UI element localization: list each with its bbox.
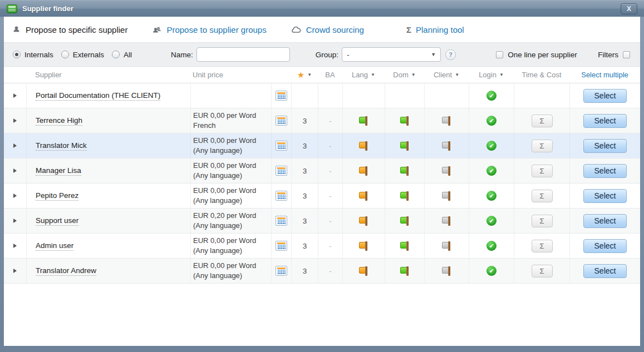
tab-bar: Propose to specific supplier Propose to …	[4, 17, 640, 42]
sort-arrow-icon[interactable]: ▼	[411, 72, 416, 77]
select-button[interactable]: Select	[583, 214, 627, 228]
rates-calendar-icon[interactable]	[276, 191, 287, 201]
time-cost-button[interactable]: Σ	[532, 215, 553, 227]
expand-arrow-icon[interactable]	[13, 269, 17, 273]
table-header: Supplier Unit price ★ ▼ BA Lang ▼ Dom ▼ …	[4, 67, 640, 83]
sort-arrow-icon[interactable]: ▼	[307, 72, 312, 77]
rating-value: 3	[291, 184, 318, 208]
rates-calendar-icon[interactable]	[276, 216, 287, 226]
one-line-per-supplier-label: One line per supplier	[508, 51, 577, 59]
tab-propose-specific-supplier[interactable]: Propose to specific supplier	[12, 25, 127, 34]
select-button[interactable]: Select	[583, 114, 627, 128]
radio-externals[interactable]	[61, 51, 69, 58]
select-button[interactable]: Select	[583, 89, 627, 103]
col-rating[interactable]: ★ ▼	[291, 70, 318, 80]
rates-calendar-icon[interactable]	[276, 166, 287, 176]
expand-arrow-icon[interactable]	[13, 194, 17, 198]
supplier-name-link[interactable]: Translator Mick	[36, 141, 87, 151]
supplier-name-link[interactable]: Terrence High	[36, 116, 82, 126]
titlebar: Supplier finder X	[0, 0, 644, 17]
supplier-name-link[interactable]: Pepito Perez	[36, 191, 78, 201]
window-form-icon	[7, 4, 17, 13]
tab-propose-supplier-groups[interactable]: Propose to supplier groups	[152, 25, 266, 34]
group-dropdown[interactable]: - ▼	[342, 47, 441, 62]
select-button[interactable]: Select	[583, 139, 627, 153]
time-cost-button[interactable]: Σ	[532, 190, 553, 202]
time-cost-button[interactable]: Σ	[532, 140, 553, 152]
close-button[interactable]: X	[621, 3, 637, 14]
rates-calendar-icon[interactable]	[276, 266, 287, 276]
rates-calendar-icon[interactable]	[276, 241, 287, 251]
col-client[interactable]: Client ▼	[424, 71, 469, 79]
radio-all-label: All	[124, 51, 132, 59]
expand-arrow-icon[interactable]	[13, 118, 17, 123]
table-row: Admin user EUR 0,00 per Word(Any languag…	[4, 234, 640, 259]
group-icon	[152, 25, 162, 34]
col-dom[interactable]: Dom ▼	[385, 71, 424, 79]
ba-value: -	[318, 158, 342, 183]
chevron-down-icon: ▼	[431, 52, 436, 57]
unit-price: EUR 0,00 per WordFrench	[193, 111, 256, 130]
select-button[interactable]: Select	[583, 239, 627, 253]
login-check-icon: ✔	[486, 141, 496, 151]
client-flag-icon	[442, 266, 451, 276]
col-login[interactable]: Login ▼	[469, 71, 514, 79]
group-selected-value: -	[347, 51, 431, 59]
dom-flag-icon	[400, 141, 410, 151]
supplier-name-link[interactable]: Manager Lisa	[36, 166, 81, 176]
close-icon: X	[627, 5, 631, 13]
radio-internals[interactable]	[13, 51, 21, 58]
tab-label: Propose to supplier groups	[166, 25, 266, 34]
select-button[interactable]: Select	[583, 264, 627, 278]
time-cost-button[interactable]: Σ	[532, 240, 553, 252]
expand-arrow-icon[interactable]	[13, 143, 17, 148]
rating-value: 3	[291, 259, 318, 283]
unit-price: EUR 0,20 per Word(Any language)	[193, 211, 256, 230]
rating-value: 3	[291, 133, 318, 158]
client-flag-icon	[442, 141, 451, 151]
time-cost-button[interactable]: Σ	[532, 165, 553, 177]
select-button[interactable]: Select	[583, 189, 627, 203]
dom-flag-icon	[400, 241, 410, 251]
supplier-name-link[interactable]: Support user	[36, 216, 78, 226]
group-label: Group:	[316, 51, 338, 59]
tab-crowd-sourcing[interactable]: Crowd sourcing	[291, 25, 364, 34]
sort-arrow-icon[interactable]: ▼	[455, 72, 459, 77]
rates-calendar-icon[interactable]	[276, 141, 287, 151]
rating-value: 3	[291, 209, 318, 233]
time-cost-button[interactable]: Σ	[532, 115, 553, 127]
table-row: Translator Mick EUR 0,00 per Word(Any la…	[4, 133, 640, 158]
expand-arrow-icon[interactable]	[13, 93, 17, 98]
rates-calendar-icon[interactable]	[276, 91, 287, 101]
lang-flag-icon	[359, 116, 368, 126]
client-flag-icon	[442, 216, 451, 226]
cloud-icon	[291, 26, 302, 34]
filters-checkbox[interactable]	[623, 51, 630, 58]
time-cost-button[interactable]: Σ	[532, 265, 553, 277]
radio-all[interactable]	[112, 51, 120, 58]
login-check-icon: ✔	[486, 191, 496, 201]
tab-planning-tool[interactable]: Σ Planning tool	[406, 25, 464, 34]
rates-calendar-icon[interactable]	[276, 116, 287, 126]
sigma-icon: Σ	[406, 25, 411, 34]
name-input[interactable]	[196, 47, 290, 62]
one-line-per-supplier-checkbox[interactable]	[496, 51, 503, 58]
sort-arrow-icon[interactable]: ▼	[499, 72, 504, 77]
supplier-name-link[interactable]: Portail Documentation (THE CLIENT)	[36, 91, 160, 101]
col-lang[interactable]: Lang ▼	[342, 71, 385, 79]
login-check-icon: ✔	[486, 116, 496, 126]
ba-value: -	[318, 133, 342, 158]
expand-arrow-icon[interactable]	[13, 168, 17, 173]
ba-value: -	[318, 108, 342, 133]
expand-arrow-icon[interactable]	[13, 244, 17, 248]
supplier-name-link[interactable]: Translator Andrew	[36, 266, 96, 276]
help-icon[interactable]: ?	[445, 49, 456, 60]
login-check-icon: ✔	[486, 241, 496, 251]
sort-arrow-icon[interactable]: ▼	[371, 72, 375, 77]
table-row: Manager Lisa EUR 0,00 per Word(Any langu…	[4, 158, 640, 184]
star-icon: ★	[297, 70, 304, 80]
supplier-name-link[interactable]: Admin user	[36, 241, 73, 251]
expand-arrow-icon[interactable]	[13, 219, 17, 223]
select-multiple-link[interactable]: Select multiple	[569, 71, 640, 79]
select-button[interactable]: Select	[583, 164, 627, 178]
